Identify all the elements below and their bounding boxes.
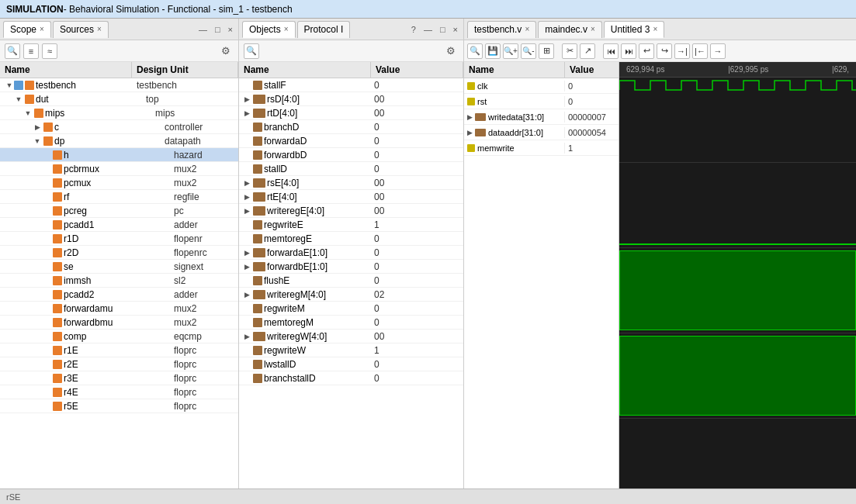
table-row[interactable]: r5E floprc: [0, 399, 238, 413]
list-item[interactable]: ▶ writeregM[4:0] 02: [239, 288, 463, 302]
list-item[interactable]: ▶ forwardbE[1:0] 0: [239, 260, 463, 274]
wave-signal-row-rst[interactable]: rst 0: [464, 94, 619, 109]
arrow-btn[interactable]: ↗: [580, 43, 595, 59]
separator2: [598, 43, 601, 59]
table-row[interactable]: ▼ dp datapath: [0, 134, 238, 148]
list-item[interactable]: ▶ writeregE[4:0] 00: [239, 204, 463, 218]
step-back-btn[interactable]: |←: [692, 43, 708, 59]
table-row[interactable]: ▼ testbench testbench: [0, 78, 238, 92]
table-row[interactable]: forwardamu mux2: [0, 302, 238, 316]
save-btn[interactable]: 💾: [485, 43, 501, 59]
list-item[interactable]: memtoregM 0: [239, 316, 463, 330]
table-row[interactable]: comp eqcmp: [0, 330, 238, 343]
step-fwd-btn[interactable]: →|: [674, 43, 690, 59]
table-row[interactable]: r3E floprc: [0, 371, 238, 385]
tab-testbench[interactable]: testbench.v ×: [467, 21, 536, 38]
table-row[interactable]: h hazard: [0, 148, 238, 162]
tab-objects[interactable]: Objects ×: [242, 21, 296, 38]
list-item[interactable]: regwriteE 1: [239, 218, 463, 232]
expand-arrow[interactable]: ▼: [23, 109, 33, 118]
table-row[interactable]: pcmux mux2: [0, 176, 238, 190]
zoom-out-btn[interactable]: 🔍-: [521, 43, 536, 59]
expand-arrow[interactable]: ▼: [5, 81, 14, 90]
list-item[interactable]: stallF 0: [239, 78, 463, 92]
tab-protocol[interactable]: Protocol I: [297, 21, 351, 38]
next-btn[interactable]: ↪: [657, 43, 672, 59]
table-row[interactable]: ▶ c controller: [0, 120, 238, 134]
expand-arrow[interactable]: ▼: [14, 95, 23, 104]
tab-scope[interactable]: Scope ×: [3, 21, 51, 38]
minimize-icon[interactable]: —: [421, 24, 435, 35]
list-item[interactable]: regwriteW 1: [239, 343, 463, 357]
table-row[interactable]: r2E floprc: [0, 357, 238, 371]
minimize-icon[interactable]: —: [196, 24, 210, 35]
expand-arrow: [42, 248, 51, 257]
close-icon[interactable]: ×: [451, 24, 460, 35]
list-item[interactable]: ▶ rsE[4:0] 00: [239, 176, 463, 190]
untitled3-tab-close[interactable]: ×: [653, 26, 657, 33]
expand-arrow-data[interactable]: ▶: [467, 129, 473, 136]
table-row[interactable]: ▼ mips mips: [0, 106, 238, 120]
wave-signal-row-memwrite[interactable]: memwrite 1: [464, 140, 619, 156]
list-item[interactable]: regwriteM 0: [239, 302, 463, 316]
fit-btn[interactable]: ⊞: [539, 43, 554, 59]
sources-tab-close[interactable]: ×: [97, 26, 102, 33]
expand-arrow[interactable]: ▼: [33, 136, 42, 146]
testbench-tab-close[interactable]: ×: [525, 26, 529, 33]
wave-signal-row-writedata[interactable]: ▶ writedata[31:0] 00000007: [464, 109, 619, 125]
last-btn[interactable]: ⏭: [621, 43, 636, 59]
cut-btn[interactable]: ✂: [562, 43, 577, 59]
list-item[interactable]: stallD 0: [239, 162, 463, 176]
table-row[interactable]: rf regfile: [0, 190, 238, 204]
zoom-in-btn[interactable]: 🔍+: [503, 43, 518, 59]
scope-tab-close[interactable]: ×: [40, 26, 44, 33]
expand-arrow-write[interactable]: ▶: [467, 113, 473, 121]
list-item[interactable]: memtoregE 0: [239, 232, 463, 246]
tab-sources[interactable]: Sources ×: [53, 21, 109, 38]
first-btn[interactable]: ⏮: [603, 43, 619, 59]
help-icon[interactable]: ?: [409, 24, 418, 35]
table-row[interactable]: ▼ dut top: [0, 92, 238, 106]
list-item[interactable]: lwstallD 0: [239, 357, 463, 371]
table-row[interactable]: pcbrmux mux2: [0, 162, 238, 176]
list-item[interactable]: flushE 0: [239, 274, 463, 288]
list-item[interactable]: ▶ forwardaE[1:0] 0: [239, 246, 463, 260]
objects-tab-close[interactable]: ×: [284, 26, 289, 33]
tab-maindec[interactable]: maindec.v ×: [538, 21, 602, 38]
list-item[interactable]: branchD 0: [239, 120, 463, 134]
search-button[interactable]: 🔍: [5, 43, 20, 59]
table-row[interactable]: pcreg pc: [0, 204, 238, 218]
list-item[interactable]: forwardbD 0: [239, 148, 463, 162]
table-row[interactable]: r1E floprc: [0, 343, 238, 357]
table-row[interactable]: r1D flopenr: [0, 232, 238, 246]
list-item[interactable]: ▶ rtE[4:0] 00: [239, 190, 463, 204]
table-row[interactable]: pcadd2 adder: [0, 288, 238, 302]
run-btn[interactable]: →: [710, 43, 726, 59]
list-item[interactable]: forwardaD 0: [239, 134, 463, 148]
wave-signal-row-clk[interactable]: clk 0: [464, 78, 619, 94]
list-item[interactable]: ▶ rsD[4:0] 00: [239, 92, 463, 106]
tab-untitled3[interactable]: Untitled 3 ×: [604, 21, 665, 38]
maximize-icon[interactable]: □: [213, 24, 223, 35]
wave-signal-row-dataaddr[interactable]: ▶ dataaddr[31:0] 00000054: [464, 125, 619, 140]
prev-btn[interactable]: ↩: [639, 43, 654, 59]
table-row[interactable]: r2D flopenrc: [0, 246, 238, 260]
search-button[interactable]: 🔍: [244, 43, 259, 59]
collapse-button[interactable]: ≡: [23, 43, 39, 59]
table-row[interactable]: forwardbmu mux2: [0, 316, 238, 330]
expand-arrow[interactable]: ▶: [33, 123, 42, 132]
maindec-tab-close[interactable]: ×: [591, 26, 595, 33]
table-row[interactable]: se signext: [0, 260, 238, 274]
close-icon[interactable]: ×: [226, 24, 235, 35]
settings-icon[interactable]: ⚙: [443, 43, 459, 59]
table-row[interactable]: pcadd1 adder: [0, 218, 238, 232]
table-row[interactable]: r4E floprc: [0, 385, 238, 399]
list-item[interactable]: ▶ writeregW[4:0] 00: [239, 330, 463, 343]
zoom-search-btn[interactable]: 🔍: [467, 43, 483, 59]
list-item[interactable]: branchstallD 0: [239, 371, 463, 385]
table-row[interactable]: immsh sl2: [0, 274, 238, 288]
maximize-icon[interactable]: □: [438, 24, 448, 35]
filter-button[interactable]: ≈: [42, 43, 57, 59]
list-item[interactable]: ▶ rtD[4:0] 00: [239, 106, 463, 120]
settings-icon[interactable]: ⚙: [218, 43, 234, 59]
